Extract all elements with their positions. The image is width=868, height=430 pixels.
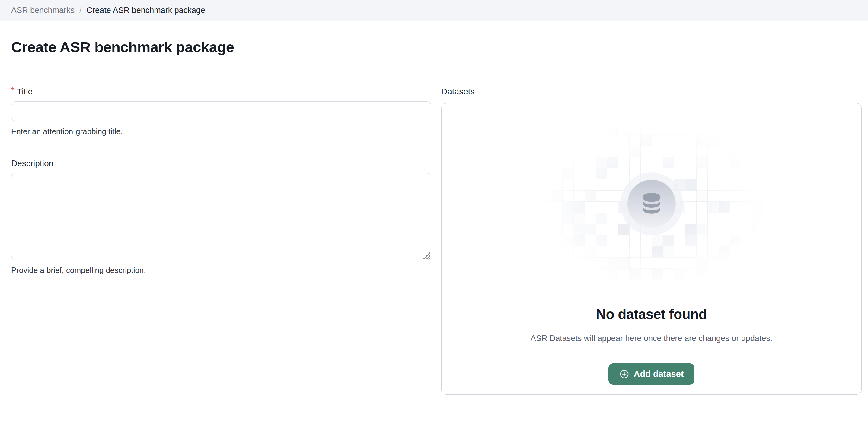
mosaic-cell [752,257,763,268]
breadcrumb-current: Create ASR benchmark package [87,6,205,15]
mosaic-cell [696,257,707,268]
mosaic-cell [618,224,629,235]
breadcrumb: ASR benchmarks / Create ASR benchmark pa… [0,0,868,21]
title-field: * Title Enter an attention-grabbing titl… [11,87,431,136]
breadcrumb-separator: / [80,6,82,15]
mosaic-cell [562,168,574,179]
mosaic-cell [674,268,685,279]
mosaic-cell [674,179,685,190]
empty-state-heading: No dataset found [441,306,861,322]
title-input[interactable] [11,101,431,121]
mosaic-cell [663,157,674,168]
form-column: * Title Enter an attention-grabbing titl… [11,87,431,395]
title-label-text: Title [17,87,33,97]
title-helper-text: Enter an attention-grabbing title. [11,127,431,136]
mosaic-cell [607,257,618,268]
page-title: Create ASR benchmark package [11,39,868,56]
mosaic-cell [607,157,618,168]
breadcrumb-link-asr-benchmarks[interactable]: ASR benchmarks [11,6,74,15]
mosaic-cell [696,268,707,279]
mosaic-cell [562,201,574,212]
mosaic-cell [663,235,674,246]
plus-circle-icon [619,369,629,379]
mosaic-cell [696,157,707,168]
mosaic-cell [574,201,585,212]
mosaic-cell [730,157,741,168]
mosaic-cell [696,224,707,235]
mosaic-cell [585,224,596,235]
empty-state-subtitle: ASR Datasets will appear here once there… [441,334,861,343]
mosaic-cell [752,201,763,212]
mosaic-cell [719,257,730,268]
mosaic-cell [730,134,741,146]
mosaic-cell [752,224,763,235]
mosaic-cell [585,246,596,257]
mosaic-cell [574,224,585,235]
mosaic-cell [752,212,763,224]
database-icon [627,180,676,228]
mosaic-cell [696,134,707,146]
add-dataset-button-label: Add dataset [634,369,684,379]
datasets-label: Datasets [441,87,862,97]
description-textarea[interactable] [11,173,431,260]
mosaic-cell [719,201,730,212]
mosaic-cell [540,168,551,179]
mosaic-cell [629,146,641,157]
mosaic-cell [696,190,707,201]
mosaic-cell [562,123,574,134]
mosaic-cell [574,212,585,224]
mosaic-cell [629,268,641,279]
description-helper-text: Provide a brief, compelling description. [11,266,431,275]
database-glyph [638,190,666,218]
description-textarea-wrap [11,173,431,260]
mosaic-cell [752,235,763,246]
mosaic-cell [596,168,607,179]
datasets-column: Datasets No dataset found ASR Datasets w… [441,87,862,395]
mosaic-cell [540,123,551,134]
description-label: Description [11,159,431,168]
mosaic-cell [663,246,674,257]
title-label: * Title [11,87,431,97]
mosaic-cell [685,224,696,235]
mosaic-cell [707,201,719,212]
mosaic-cell [730,146,741,157]
mosaic-cell [551,190,562,201]
mosaic-cell [618,257,629,268]
mosaic-cell [596,123,607,134]
description-field: Description Provide a brief, compelling … [11,159,431,275]
mosaic-cell [741,257,752,268]
mosaic-cell [652,268,663,279]
datasets-card: No dataset found ASR Datasets will appea… [441,103,862,395]
mosaic-cell [652,235,663,246]
mosaic-cell [641,134,652,146]
mosaic-cell [551,134,562,146]
mosaic-cell [585,190,596,201]
mosaic-cell [707,134,719,146]
mosaic-cell [607,123,618,134]
add-dataset-button[interactable]: Add dataset [609,363,695,385]
description-label-text: Description [11,159,54,168]
mosaic-cell [596,212,607,224]
mosaic-cell [685,235,696,246]
mosaic-cell [685,179,696,190]
mosaic-cell [652,246,663,257]
mosaic-cell [596,235,607,246]
mosaic-cell [741,123,752,134]
mosaic-cell [562,212,574,224]
main-content: * Title Enter an attention-grabbing titl… [0,87,868,395]
mosaic-cell [540,235,551,246]
mosaic-cell [574,235,585,246]
mosaic-cell [607,268,618,279]
required-asterisk-icon: * [11,86,14,94]
mosaic-cell [562,235,574,246]
mosaic-cell [730,235,741,246]
mosaic-cell [596,157,607,168]
mosaic-cell [719,246,730,257]
